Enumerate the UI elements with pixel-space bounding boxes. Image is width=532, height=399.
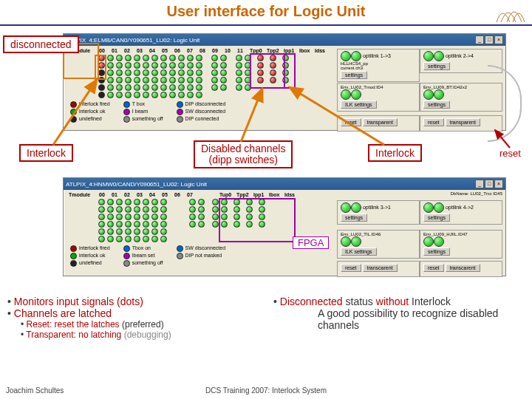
settings-button[interactable]: settings [341, 71, 367, 79]
settings-button-p2[interactable]: settings [341, 214, 367, 222]
bullets-left: • Monitors input signals (dots) • Channe… [7, 296, 251, 340]
reset-label: reset [499, 148, 521, 159]
callout-disconnected: disconnected [3, 35, 79, 53]
callout-interlock-right: Interlock [368, 144, 422, 162]
settings-button-3[interactable]: settings [423, 100, 450, 109]
window-titlebar: ATLPIX_4:ELMB/CAN0/Y090651_LU02: Logic U… [64, 34, 505, 46]
ilk-settings-button[interactable]: ILK settings [341, 100, 377, 109]
atlas-logo-icon [494, 1, 528, 25]
settings-button-p2b[interactable]: settings [423, 214, 450, 222]
transparent-button-p2b[interactable]: transcarent [446, 264, 480, 272]
reset-button-p2[interactable]: reset [341, 264, 361, 272]
bullets-right: • Disconnected status without Interlock … [273, 296, 525, 331]
settings-button-p2c[interactable]: settings [423, 248, 450, 256]
reset-button[interactable]: reset [341, 118, 361, 126]
fpga-highlight [219, 198, 296, 242]
window-titlebar-2: ATLPIX_4:HNMW0/CAND/Y090651_LU02: Logic … [64, 178, 505, 190]
interlock-highlight-right [284, 53, 296, 89]
reset-button-2[interactable]: reset [423, 118, 444, 126]
ilk-settings-button-p2[interactable]: ILK settings [341, 248, 377, 256]
reset-arc-icon [488, 65, 522, 142]
callout-fpga: FPGA [293, 236, 329, 249]
footer-title: DCS Training 2007: Interlock System [0, 386, 532, 395]
slide-title: User interface for Logic Unit [0, 3, 532, 20]
callout-interlock-left: Interlock [19, 144, 73, 162]
transparent-button-p2[interactable]: transcarent [363, 264, 398, 272]
window-controls[interactable]: _□× [474, 35, 503, 44]
interlock-highlight-left [95, 55, 106, 80]
transparent-button-2[interactable]: transparent [446, 118, 480, 126]
disabled-highlight [250, 53, 285, 89]
reset-button-p2b[interactable]: reset [423, 264, 444, 272]
window-title-2: ATLPIX_4:HNMW0/CAND/Y090651_LU02: Logic … [66, 181, 207, 188]
window-controls-2[interactable]: _□× [474, 180, 503, 188]
callout-disabled: Disabled channels(dipp switches) [194, 140, 293, 168]
transparent-button[interactable]: transparent [363, 118, 398, 126]
settings-button-2[interactable]: settings [423, 62, 450, 70]
